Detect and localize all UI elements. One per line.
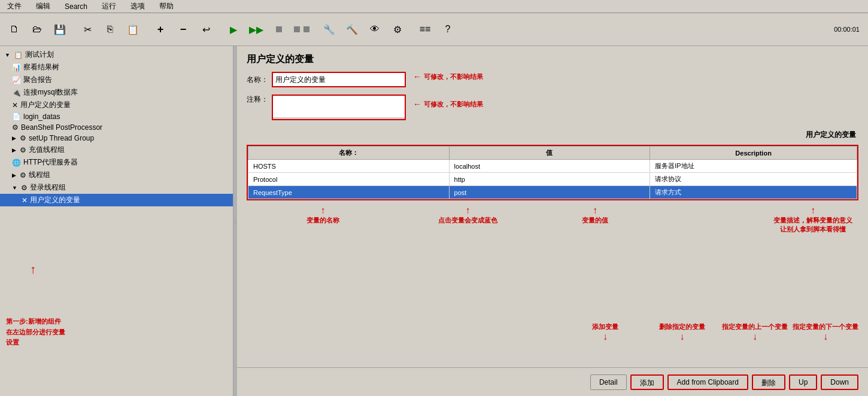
stop-now-button[interactable]: ⏹⏹ — [291, 19, 312, 40]
table-row[interactable]: Protocol http 请求协议 — [248, 173, 857, 186]
tree-item-login-group[interactable]: ▼ ⚙ 登录线程组 — [0, 181, 233, 194]
tree-item-setup-thread-group[interactable]: ▶ ⚙ setUp Thread Group — [0, 133, 233, 144]
variable-table: 名称： 值 Description HOSTS localhost 服务器IP地… — [248, 146, 857, 199]
delete-button[interactable]: 删除 — [752, 374, 785, 390]
tree-item-beanshell[interactable]: ⚙ BeanShell PostProcessor — [0, 122, 233, 133]
menubar: 文件 编辑 Search 运行 选项 帮助 — [0, 0, 868, 13]
name-input-wrapper — [272, 72, 406, 87]
name-input[interactable] — [273, 73, 405, 86]
menu-options[interactable]: 选项 — [126, 0, 150, 13]
comment-input[interactable] — [273, 96, 405, 117]
col-header-value: 值 — [449, 147, 650, 160]
tree-icon: ⚙ — [20, 171, 26, 179]
tree-item-label: 线程组 — [29, 170, 50, 180]
remove-button[interactable]: − — [172, 19, 194, 40]
table-cell-name: Protocol — [248, 173, 450, 186]
arrow-icon: ▼ — [5, 52, 10, 58]
arrow-down-icon: ↓ — [592, 331, 618, 342]
tree-item-label: 察看结果树 — [23, 62, 59, 72]
btn-annot-down: 指定变量的下一个变量 ↓ — [793, 322, 858, 342]
tree-icon: 🌐 — [12, 159, 21, 167]
table-cell-desc: 请求方式 — [650, 186, 857, 199]
menu-help[interactable]: 帮助 — [154, 0, 178, 13]
paste-button[interactable]: 📋 — [122, 19, 144, 40]
name-label: 名称： — [247, 75, 268, 85]
annot-desc-block: ↑ 变量描述，解释变量的意义 让别人拿到脚本看得懂 — [773, 205, 852, 234]
arrow-icon: ▼ — [12, 185, 17, 191]
add-variable-button[interactable]: 添加 — [630, 374, 664, 390]
tools1-button[interactable]: 🔧 — [318, 19, 340, 40]
main-layout: ▼ 📋 测试计划 📊 察看结果树 📈 聚合报告 🔌 连接mysql数据库 ✕ 用… — [0, 46, 868, 396]
open-button[interactable]: 🗁 — [26, 19, 48, 40]
arrow-up-icon: ↑ — [321, 205, 326, 216]
arrow-down-icon: ↓ — [793, 331, 858, 342]
arrow-up-icon: ↑ — [811, 205, 815, 216]
detail-button[interactable]: Detail — [590, 374, 627, 390]
arrow-up-icon: ↑ — [466, 205, 471, 216]
table-annotations: ↑ 变量的名称 ↑ 点击变量会变成蓝色 ↑ 变量的值 ↑ 变量描述，解释变量的意… — [247, 205, 858, 253]
btn-annot-up: 指定变量的上一个变量 ↓ — [722, 322, 788, 342]
arrow-icon: ▶ — [12, 147, 16, 153]
delete-annot-text: 删除指定的变量 — [659, 322, 705, 331]
table-cell-value: post — [449, 186, 650, 199]
comment-annotation-text: 可修改，不影响结果 — [424, 100, 483, 109]
add-button[interactable]: + — [150, 19, 171, 40]
down-button[interactable]: Down — [821, 374, 858, 390]
table-cell-desc: 请求协议 — [650, 173, 857, 186]
timer: 00:00:01 — [834, 26, 864, 33]
tree-icon: 📊 — [12, 63, 21, 72]
up-button[interactable]: Up — [789, 374, 817, 390]
cut-button[interactable]: ✂ — [77, 19, 98, 40]
tree-item-user-vars-2[interactable]: ✕ 用户定义的变量 — [0, 194, 233, 206]
run-button[interactable]: ▶ — [223, 19, 244, 40]
tree-item-aggregate[interactable]: 📈 聚合报告 — [0, 74, 233, 86]
tree-item-user-vars[interactable]: ✕ 用户定义的变量 — [0, 99, 233, 111]
revert-button[interactable]: ↩ — [195, 19, 217, 40]
menu-search[interactable]: Search — [60, 1, 92, 12]
stop-button[interactable]: ⏹ — [268, 19, 290, 40]
table-row[interactable]: HOSTS localhost 服务器IP地址 — [248, 160, 857, 173]
view-button[interactable]: 👁 — [364, 19, 386, 40]
table-row[interactable]: RequestType post 请求方式 — [248, 186, 857, 199]
tools2-button[interactable]: 🔨 — [341, 19, 363, 40]
save-button[interactable]: 💾 — [49, 19, 71, 40]
annot-click-text: 点击变量会变成蓝色 — [438, 216, 497, 225]
page-title: 用户定义的变量 — [247, 53, 858, 66]
copy-button[interactable]: ⎘ — [99, 19, 121, 40]
tree-item-result-tree[interactable]: 📊 察看结果树 — [0, 61, 233, 74]
tree-item-label: 测试计划 — [25, 50, 54, 60]
sidebar-arrow-annotation: ↑ — [30, 263, 36, 276]
arrow-icon: ▶ — [12, 135, 16, 141]
tree-item-recharge-group[interactable]: ▶ ⚙ 充值线程组 — [0, 144, 233, 156]
menu-edit[interactable]: 编辑 — [31, 0, 55, 13]
tree-icon: ⚙ — [12, 123, 19, 132]
tree-item-thread-group[interactable]: ▶ ⚙ 线程组 — [0, 169, 233, 181]
col-header-name: 名称： — [248, 147, 450, 160]
name-annotation: ← 可修改，不影响结果 — [413, 72, 483, 81]
tree-icon: ✕ — [12, 101, 18, 109]
comment-annotation: ← 可修改，不影响结果 — [413, 99, 483, 109]
tree-item-http-proxy[interactable]: 🌐 HTTP代理服务器 — [0, 156, 233, 169]
settings-button[interactable]: ⚙ — [387, 19, 408, 40]
menu-file[interactable]: 文件 — [2, 0, 26, 13]
tree-item-login-datas[interactable]: 📄 login_datas — [0, 111, 233, 122]
tree-item-test-plan[interactable]: ▼ 📋 测试计划 — [0, 48, 233, 61]
tree-item-label: login_datas — [23, 112, 60, 121]
tree-item-label: 连接mysql数据库 — [23, 87, 78, 98]
arrow-up-icon: ↑ — [593, 205, 597, 216]
add-from-clipboard-button[interactable]: Add from Clipboard — [667, 374, 748, 390]
annot-name-text: 变量的名称 — [306, 216, 339, 225]
name-form-group: 名称： — [247, 72, 406, 91]
annot-desc-text: 变量描述，解释变量的意义 让别人拿到脚本看得懂 — [773, 216, 852, 234]
tree-item-mysql[interactable]: 🔌 连接mysql数据库 — [0, 86, 233, 99]
up-annot-text: 指定变量的上一个变量 — [722, 322, 788, 331]
run-no-pause-button[interactable]: ▶▶ — [245, 19, 267, 40]
tree-item-label: 聚合报告 — [23, 75, 52, 85]
list-button[interactable]: ≡≡ — [414, 19, 436, 40]
new-button[interactable]: 🗋 — [4, 19, 25, 40]
help-button[interactable]: ? — [437, 19, 459, 40]
tree-item-label: HTTP代理服务器 — [23, 157, 78, 167]
arrow-icon: ▶ — [12, 172, 16, 178]
comment-form-group: 注释： — [247, 95, 406, 124]
menu-run[interactable]: 运行 — [97, 0, 121, 13]
